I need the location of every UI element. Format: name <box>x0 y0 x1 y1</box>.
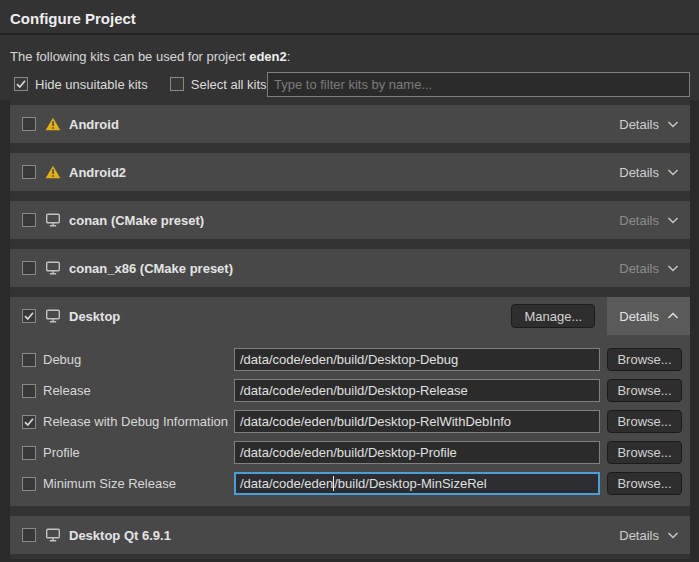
details-label: Details <box>619 528 659 543</box>
warning-icon <box>45 165 61 179</box>
kit-panel-desktop-qt-6-9-1: Desktop Qt 6.9.1Details <box>10 516 690 554</box>
kit-checkbox[interactable] <box>22 261 36 275</box>
kit-filter-input[interactable] <box>267 72 690 97</box>
build-config-list: Debug/data/code/eden/build/Desktop-Debug… <box>10 335 690 506</box>
hide-unsuitable-kits-label: Hide unsuitable kits <box>35 77 148 92</box>
page-title: Configure Project <box>10 10 136 27</box>
build-path-input[interactable]: /data/code/eden/build/Desktop-Profile <box>234 441 600 464</box>
details-label: Details <box>619 213 659 228</box>
select-all-kits-label: Select all kits <box>191 77 267 92</box>
chevron-down-icon <box>666 530 680 540</box>
desktop-device-icon <box>45 261 61 275</box>
kit-checkbox[interactable] <box>22 213 36 227</box>
chevron-down-icon <box>666 263 680 273</box>
kit-panel-android2: Android2Details <box>10 153 690 191</box>
desktop-device-icon <box>45 528 61 542</box>
kit-panel-desktop: DesktopManage...DetailsDebug/data/code/e… <box>10 297 690 506</box>
kit-name: Android2 <box>69 165 126 180</box>
kit-panel-conan-cmake-preset-: conan (CMake preset)Details <box>10 201 690 239</box>
kit-name: Desktop <box>69 309 120 324</box>
kit-name: conan_x86 (CMake preset) <box>69 261 233 276</box>
build-config-row: Release/data/code/eden/build/Desktop-Rel… <box>10 375 690 406</box>
hide-unsuitable-kits-checkbox[interactable] <box>14 77 28 91</box>
browse-button[interactable]: Browse... <box>607 379 682 402</box>
intro-text: The following kits can be used for proje… <box>10 49 290 64</box>
build-config-row: Minimum Size Release/data/code/eden/buil… <box>10 468 690 499</box>
kit-checkbox[interactable] <box>22 309 36 323</box>
title-underline <box>0 33 699 35</box>
build-config-label: Profile <box>43 445 80 460</box>
build-config-checkbox[interactable] <box>22 446 36 460</box>
details-toggle[interactable]: Details <box>607 249 690 287</box>
select-all-kits-checkbox[interactable] <box>170 77 184 91</box>
kit-name: Desktop Qt 6.9.1 <box>69 528 171 543</box>
kit-panel-conan-x86-cmake-preset-: conan_x86 (CMake preset)Details <box>10 249 690 287</box>
details-label: Details <box>619 117 659 132</box>
chevron-down-icon <box>666 119 680 129</box>
build-config-label: Release with Debug Information <box>43 414 228 429</box>
intro-text-before: The following kits can be used for proje… <box>10 49 249 64</box>
build-config-row: Release with Debug Information/data/code… <box>10 406 690 437</box>
kit-header: Android2Details <box>10 153 690 191</box>
details-label: Details <box>619 309 659 324</box>
kit-name: conan (CMake preset) <box>69 213 204 228</box>
desktop-device-icon <box>45 309 61 323</box>
build-config-checkbox[interactable] <box>22 477 36 491</box>
project-name: eden2 <box>249 49 287 64</box>
kit-header: conan (CMake preset)Details <box>10 201 690 239</box>
browse-button[interactable]: Browse... <box>607 348 682 371</box>
header-area: Configure Project The following kits can… <box>0 0 699 100</box>
build-config-label: Release <box>43 383 91 398</box>
manage-button[interactable]: Manage... <box>511 304 595 328</box>
kit-panel-android: AndroidDetails <box>10 105 690 143</box>
intro-text-after: : <box>287 49 291 64</box>
details-toggle[interactable]: Details <box>607 153 690 191</box>
desktop-device-icon <box>45 213 61 227</box>
kit-header: DesktopManage...Details <box>10 297 690 335</box>
browse-button[interactable]: Browse... <box>607 441 682 464</box>
kit-header: Desktop Qt 6.9.1Details <box>10 516 690 554</box>
build-path-input[interactable]: /data/code/eden/build/Desktop-Release <box>234 379 600 402</box>
build-config-row: Profile/data/code/eden/build/Desktop-Pro… <box>10 437 690 468</box>
kit-header: AndroidDetails <box>10 105 690 143</box>
details-toggle[interactable]: Details <box>607 201 690 239</box>
browse-button[interactable]: Browse... <box>607 472 682 495</box>
chevron-down-icon <box>666 167 680 177</box>
details-toggle[interactable]: Details <box>607 105 690 143</box>
build-config-checkbox[interactable] <box>22 353 36 367</box>
path-text: /data/code/eden <box>240 476 333 491</box>
kit-checkbox[interactable] <box>22 165 36 179</box>
filter-bar: Hide unsuitable kits Select all kits <box>14 71 690 97</box>
chevron-up-icon <box>666 311 680 321</box>
kit-checkbox[interactable] <box>22 528 36 542</box>
path-text: /build/Desktop-MinSizeRel <box>334 476 486 491</box>
kit-checkbox[interactable] <box>22 117 36 131</box>
build-path-input[interactable]: /data/code/eden/build/Desktop-RelWithDeb… <box>234 410 600 433</box>
build-path-input[interactable]: /data/code/eden/build/Desktop-MinSizeRel <box>234 472 600 495</box>
build-config-row: Debug/data/code/eden/build/Desktop-Debug… <box>10 344 690 375</box>
build-config-label: Debug <box>43 352 81 367</box>
build-config-checkbox[interactable] <box>22 415 36 429</box>
browse-button[interactable]: Browse... <box>607 410 682 433</box>
details-toggle[interactable]: Details <box>607 297 690 335</box>
details-label: Details <box>619 261 659 276</box>
build-config-label: Minimum Size Release <box>43 476 176 491</box>
kit-name: Android <box>69 117 119 132</box>
warning-icon <box>45 117 61 131</box>
details-toggle[interactable]: Details <box>607 516 690 554</box>
kit-list: AndroidDetailsAndroid2Detailsconan (CMak… <box>10 100 690 559</box>
configure-project-page: { "header": { "title": "Configure Projec… <box>0 0 699 562</box>
details-label: Details <box>619 165 659 180</box>
build-config-checkbox[interactable] <box>22 384 36 398</box>
chevron-down-icon <box>666 215 680 225</box>
kit-header: conan_x86 (CMake preset)Details <box>10 249 690 287</box>
build-path-input[interactable]: /data/code/eden/build/Desktop-Debug <box>234 348 600 371</box>
